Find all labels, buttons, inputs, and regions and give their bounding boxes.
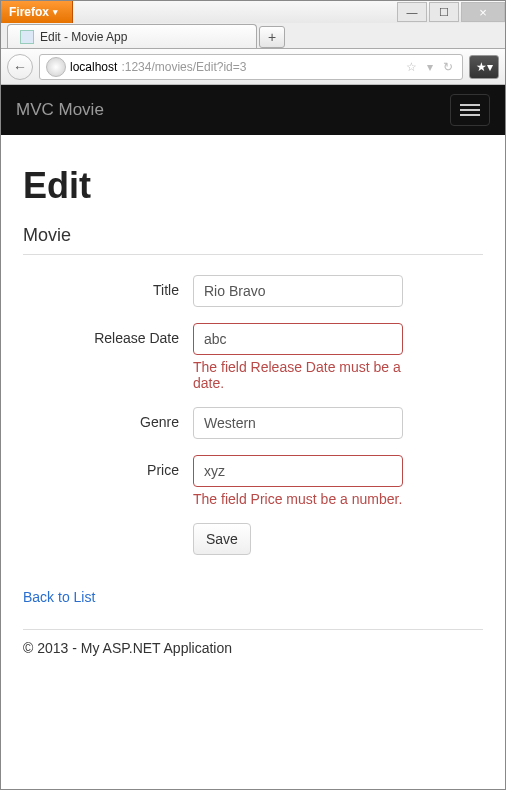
price-label: Price bbox=[23, 455, 193, 507]
reload-icon[interactable]: ↻ bbox=[440, 60, 456, 74]
title-label: Title bbox=[23, 275, 193, 307]
release-date-input[interactable] bbox=[193, 323, 403, 355]
page-title: Edit bbox=[23, 165, 483, 207]
genre-label: Genre bbox=[23, 407, 193, 439]
browser-window: Firefox ▾ — ☐ × Edit - Movie App + ← loc… bbox=[0, 0, 506, 790]
genre-input[interactable] bbox=[193, 407, 403, 439]
firefox-label: Firefox bbox=[9, 5, 49, 19]
tab-title: Edit - Movie App bbox=[40, 30, 127, 44]
title-input[interactable] bbox=[193, 275, 403, 307]
browser-toolbar: ← localhost:1234/movies/Edit?id=3 ☆ ▾ ↻ … bbox=[1, 49, 505, 85]
bookmark-star-icon[interactable]: ☆ bbox=[403, 60, 420, 74]
page-viewport: MVC Movie Edit Movie Title Release Date bbox=[1, 85, 505, 789]
bookmarks-icon: ★▾ bbox=[476, 60, 493, 74]
maximize-button[interactable]: ☐ bbox=[429, 2, 459, 22]
save-button[interactable]: Save bbox=[193, 523, 251, 555]
divider bbox=[23, 254, 483, 255]
bookmarks-menu-button[interactable]: ★▾ bbox=[469, 55, 499, 79]
form-row-release-date: Release Date The field Release Date must… bbox=[23, 323, 483, 391]
tab-strip: Edit - Movie App + bbox=[1, 23, 505, 49]
app-navbar: MVC Movie bbox=[1, 85, 505, 135]
form-row-title: Title bbox=[23, 275, 483, 307]
close-icon: × bbox=[479, 5, 487, 20]
minimize-button[interactable]: — bbox=[397, 2, 427, 22]
release-date-error: The field Release Date must be a date. bbox=[193, 359, 433, 391]
address-bar[interactable]: localhost:1234/movies/Edit?id=3 ☆ ▾ ↻ bbox=[39, 54, 463, 80]
url-host: localhost bbox=[70, 60, 117, 74]
page-icon bbox=[20, 30, 34, 44]
window-controls: — ☐ × bbox=[395, 1, 505, 23]
release-date-label: Release Date bbox=[23, 323, 193, 391]
new-tab-button[interactable]: + bbox=[259, 26, 285, 48]
footer-divider bbox=[23, 629, 483, 630]
window-titlebar: Firefox ▾ — ☐ × bbox=[1, 1, 505, 23]
hamburger-bar-icon bbox=[460, 109, 480, 111]
url-path: :1234/movies/Edit?id=3 bbox=[121, 60, 246, 74]
globe-icon bbox=[46, 57, 66, 77]
back-button[interactable]: ← bbox=[7, 54, 33, 80]
page-subtitle: Movie bbox=[23, 225, 483, 246]
navbar-toggle[interactable] bbox=[450, 94, 490, 126]
hamburger-bar-icon bbox=[460, 114, 480, 116]
close-button[interactable]: × bbox=[461, 2, 505, 22]
content-container: Edit Movie Title Release Date The field … bbox=[1, 135, 505, 674]
plus-icon: + bbox=[268, 29, 276, 45]
hamburger-bar-icon bbox=[460, 104, 480, 106]
tab-edit-movie[interactable]: Edit - Movie App bbox=[7, 24, 257, 48]
form-row-price: Price The field Price must be a number. bbox=[23, 455, 483, 507]
price-error: The field Price must be a number. bbox=[193, 491, 433, 507]
back-arrow-icon: ← bbox=[13, 59, 27, 75]
firefox-menu-button[interactable]: Firefox ▾ bbox=[1, 1, 73, 23]
titlebar-spacer bbox=[73, 1, 395, 23]
price-input[interactable] bbox=[193, 455, 403, 487]
chevron-down-icon: ▾ bbox=[53, 7, 58, 17]
navbar-brand[interactable]: MVC Movie bbox=[16, 100, 104, 120]
form-row-genre: Genre bbox=[23, 407, 483, 439]
history-dropdown-icon[interactable]: ▾ bbox=[424, 60, 436, 74]
back-to-list-link[interactable]: Back to List bbox=[23, 589, 483, 605]
footer-text: © 2013 - My ASP.NET Application bbox=[23, 640, 483, 656]
minimize-icon: — bbox=[407, 6, 418, 18]
maximize-icon: ☐ bbox=[439, 6, 449, 19]
